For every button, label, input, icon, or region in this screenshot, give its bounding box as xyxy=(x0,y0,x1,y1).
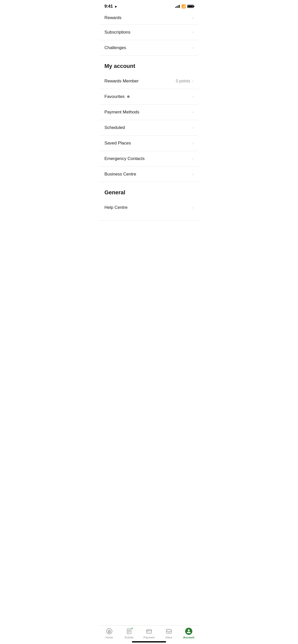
subscriptions-right: › xyxy=(192,30,194,35)
payment-methods-chevron: › xyxy=(192,110,194,114)
subscriptions-chevron: › xyxy=(192,30,194,35)
status-time: 9:41 ► xyxy=(104,4,118,9)
scheduled-menu-item[interactable]: Scheduled › xyxy=(99,120,199,136)
saved-places-label: Saved Places xyxy=(104,141,131,146)
subscriptions-menu-item[interactable]: Subscriptions › xyxy=(99,25,199,40)
payment-methods-label: Payment Methods xyxy=(104,110,139,115)
emergency-contacts-chevron: › xyxy=(192,156,194,161)
business-centre-label: Business Centre xyxy=(104,172,136,177)
status-icons: 📶 xyxy=(175,4,194,8)
rewards-member-value: 0 points xyxy=(176,79,190,83)
scheduled-label: Scheduled xyxy=(104,125,125,130)
my-account-title: My account xyxy=(104,63,135,69)
challenges-menu-item[interactable]: Challenges › xyxy=(99,40,199,56)
rewards-member-chevron: › xyxy=(192,79,194,83)
help-centre-menu-item[interactable]: Help Centre › xyxy=(99,200,199,221)
general-title: General xyxy=(104,189,125,196)
business-centre-right: › xyxy=(192,172,194,177)
favourites-left: Favourites xyxy=(104,94,130,99)
challenges-right: › xyxy=(192,46,194,50)
scheduled-chevron: › xyxy=(192,125,194,130)
subscriptions-label: Subscriptions xyxy=(104,30,130,35)
scheduled-right: › xyxy=(192,125,194,130)
rewards-chevron: › xyxy=(192,16,194,20)
challenges-label: Challenges xyxy=(104,45,126,50)
saved-places-menu-item[interactable]: Saved Places › xyxy=(99,136,199,151)
help-centre-label: Help Centre xyxy=(104,205,128,210)
rewards-member-label: Rewards Member xyxy=(104,79,139,84)
payment-methods-right: › xyxy=(192,110,194,114)
favourites-chevron: › xyxy=(192,94,194,99)
signal-icon xyxy=(175,5,180,8)
favourites-badge xyxy=(127,95,130,98)
favourites-label: Favourites xyxy=(104,94,125,99)
rewards-menu-item[interactable]: Rewards › xyxy=(99,11,199,25)
emergency-contacts-menu-item[interactable]: Emergency Contacts › xyxy=(99,151,199,167)
favourites-menu-item[interactable]: Favourites › xyxy=(99,89,199,105)
battery-icon xyxy=(187,5,194,8)
favourites-right: › xyxy=(192,94,194,99)
general-section-header: General xyxy=(99,182,199,200)
emergency-contacts-right: › xyxy=(192,156,194,161)
emergency-contacts-label: Emergency Contacts xyxy=(104,156,145,161)
help-centre-chevron: › xyxy=(192,205,194,210)
business-centre-menu-item[interactable]: Business Centre › xyxy=(99,167,199,182)
challenges-chevron: › xyxy=(192,46,194,50)
rewards-member-right: 0 points › xyxy=(176,79,194,83)
my-account-section-header: My account xyxy=(99,56,199,74)
rewards-label: Rewards xyxy=(104,15,121,20)
business-centre-chevron: › xyxy=(192,172,194,177)
wifi-icon: 📶 xyxy=(181,4,186,8)
status-bar: 9:41 ► 📶 xyxy=(99,0,199,11)
rewards-member-menu-item[interactable]: Rewards Member 0 points › xyxy=(99,74,199,89)
main-content: Rewards › Subscriptions › Challenges › M… xyxy=(99,11,199,221)
saved-places-chevron: › xyxy=(192,141,194,145)
saved-places-right: › xyxy=(192,141,194,145)
help-centre-right: › xyxy=(192,205,194,210)
payment-methods-menu-item[interactable]: Payment Methods › xyxy=(99,105,199,120)
